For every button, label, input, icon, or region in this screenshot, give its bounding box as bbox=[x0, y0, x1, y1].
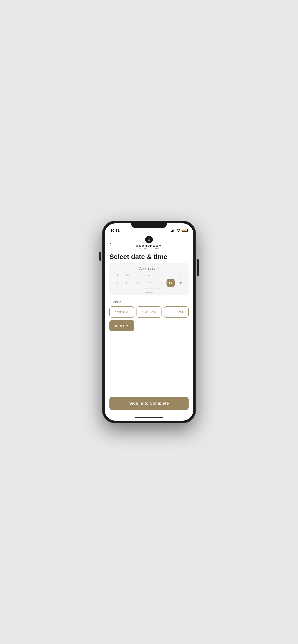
day-header-m: M bbox=[122, 273, 133, 278]
time-section: Evening 5:30 PM 5:45 PM 6:00 PM 6:15 PM bbox=[105, 298, 193, 347]
cal-day-9[interactable]: 9 bbox=[111, 278, 122, 290]
home-indicator bbox=[105, 416, 193, 421]
calendar-month-header: April 2023 › bbox=[109, 264, 189, 272]
back-button[interactable]: ‹ bbox=[109, 239, 111, 246]
cal-day-15[interactable]: 15 bbox=[176, 278, 187, 290]
cal-day-14[interactable]: 14 bbox=[165, 278, 176, 290]
status-icons bbox=[171, 229, 188, 232]
header: ‹ BOARDROOM STYLING LOUNGE bbox=[105, 234, 193, 250]
time-btn-545[interactable]: 5:45 PM bbox=[136, 306, 161, 318]
status-time: 10:31 bbox=[110, 228, 119, 232]
time-btn-530[interactable]: 5:30 PM bbox=[109, 306, 134, 318]
app-content: ‹ BOARDROOM STYLING LOUNGE Select date &… bbox=[105, 234, 193, 421]
logo-icon bbox=[145, 236, 153, 244]
logo-sub: STYLING LOUNGE bbox=[138, 248, 160, 249]
logo-area: BOARDROOM STYLING LOUNGE bbox=[136, 236, 162, 249]
time-btn-600[interactable]: 6:00 PM bbox=[164, 306, 189, 318]
calendar-day-headers: S M T W T F S bbox=[109, 273, 189, 278]
day-header-t2: T bbox=[154, 273, 165, 278]
logo-text: BOARDROOM bbox=[136, 244, 162, 248]
cal-day-10[interactable]: 10 bbox=[122, 278, 133, 290]
day-header-s: S bbox=[111, 273, 122, 278]
day-header-t1: T bbox=[133, 273, 144, 278]
evening-label: Evening bbox=[109, 300, 189, 304]
spacer bbox=[105, 347, 193, 394]
battery-icon bbox=[182, 229, 188, 232]
wifi-icon bbox=[177, 229, 181, 232]
month-chevron-icon[interactable]: › bbox=[158, 266, 159, 270]
day-header-f: F bbox=[165, 273, 176, 278]
sign-in-button[interactable]: Sign in to Complete bbox=[109, 397, 189, 410]
cal-day-11[interactable]: 11 bbox=[133, 278, 144, 290]
day-header-s2: S bbox=[176, 273, 187, 278]
phone-screen: 10:31 ‹ bbox=[105, 223, 193, 421]
day-header-w: W bbox=[144, 273, 155, 278]
signal-icon bbox=[171, 229, 175, 232]
phone-notch bbox=[131, 221, 167, 228]
time-grid: 5:30 PM 5:45 PM 6:00 PM bbox=[109, 306, 189, 318]
scroll-indicator bbox=[109, 291, 189, 294]
phone-device: 10:31 ‹ bbox=[102, 221, 196, 423]
cal-day-13[interactable]: 13 No Slots bbox=[154, 278, 165, 290]
month-label: April 2023 bbox=[139, 266, 156, 270]
calendar: April 2023 › S M T W T F S 9 bbox=[109, 262, 189, 296]
cta-area: Sign in to Complete bbox=[105, 394, 193, 416]
page-title: Select date & time bbox=[105, 250, 193, 262]
calendar-dates: 9 10 11 12 No Slots 13 No Slots bbox=[109, 278, 189, 291]
time-btn-615[interactable]: 6:15 PM bbox=[109, 320, 134, 331]
cal-day-12[interactable]: 12 No Slots bbox=[144, 278, 155, 290]
